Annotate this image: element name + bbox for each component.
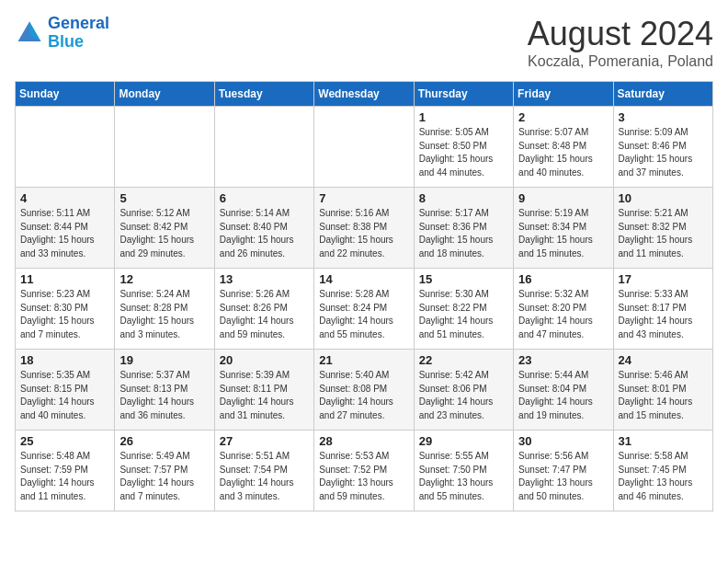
weekday-header-saturday: Saturday: [613, 82, 712, 107]
calendar-cell: 27Sunrise: 5:51 AM Sunset: 7:54 PM Dayli…: [214, 431, 313, 511]
day-number: 7: [319, 191, 408, 205]
day-info: Sunrise: 5:42 AM Sunset: 8:06 PM Dayligh…: [419, 369, 508, 422]
calendar-cell: 16Sunrise: 5:32 AM Sunset: 8:20 PM Dayli…: [514, 269, 613, 350]
calendar-cell: 14Sunrise: 5:28 AM Sunset: 8:24 PM Dayli…: [314, 269, 414, 350]
calendar-cell: 7Sunrise: 5:16 AM Sunset: 8:38 PM Daylig…: [314, 188, 414, 269]
day-number: 12: [119, 272, 209, 286]
calendar-cell: 10Sunrise: 5:21 AM Sunset: 8:32 PM Dayli…: [613, 188, 712, 269]
week-row-1: 1Sunrise: 5:05 AM Sunset: 8:50 PM Daylig…: [16, 107, 713, 188]
day-info: Sunrise: 5:35 AM Sunset: 8:15 PM Dayligh…: [20, 369, 109, 422]
calendar-cell: 8Sunrise: 5:17 AM Sunset: 8:36 PM Daylig…: [414, 188, 513, 269]
day-number: 9: [518, 191, 608, 205]
day-info: Sunrise: 5:19 AM Sunset: 8:34 PM Dayligh…: [518, 207, 608, 260]
day-number: 29: [419, 434, 508, 448]
day-number: 19: [119, 353, 209, 367]
day-number: 26: [119, 434, 209, 448]
calendar-cell: 13Sunrise: 5:26 AM Sunset: 8:26 PM Dayli…: [214, 269, 313, 350]
calendar-cell: 30Sunrise: 5:56 AM Sunset: 7:47 PM Dayli…: [514, 431, 613, 511]
calendar-cell: 29Sunrise: 5:55 AM Sunset: 7:50 PM Dayli…: [414, 431, 513, 511]
day-info: Sunrise: 5:24 AM Sunset: 8:28 PM Dayligh…: [119, 288, 209, 341]
day-info: Sunrise: 5:37 AM Sunset: 8:13 PM Dayligh…: [119, 369, 209, 422]
day-number: 17: [619, 272, 708, 286]
day-info: Sunrise: 5:09 AM Sunset: 8:46 PM Dayligh…: [619, 126, 708, 179]
calendar-cell: 2Sunrise: 5:07 AM Sunset: 8:48 PM Daylig…: [514, 107, 613, 188]
calendar-cell: 26Sunrise: 5:49 AM Sunset: 7:57 PM Dayli…: [115, 431, 214, 511]
day-info: Sunrise: 5:28 AM Sunset: 8:24 PM Dayligh…: [319, 288, 408, 341]
month-title: August 2024: [528, 15, 713, 53]
day-info: Sunrise: 5:55 AM Sunset: 7:50 PM Dayligh…: [419, 450, 508, 503]
day-info: Sunrise: 5:26 AM Sunset: 8:26 PM Dayligh…: [220, 288, 309, 341]
day-info: Sunrise: 5:17 AM Sunset: 8:36 PM Dayligh…: [419, 207, 508, 260]
day-info: Sunrise: 5:23 AM Sunset: 8:30 PM Dayligh…: [20, 288, 109, 341]
day-info: Sunrise: 5:14 AM Sunset: 8:40 PM Dayligh…: [220, 207, 309, 260]
week-row-5: 25Sunrise: 5:48 AM Sunset: 7:59 PM Dayli…: [16, 431, 713, 511]
calendar-cell: 5Sunrise: 5:12 AM Sunset: 8:42 PM Daylig…: [115, 188, 214, 269]
day-number: 4: [20, 191, 109, 205]
day-number: 27: [220, 434, 309, 448]
day-info: Sunrise: 5:56 AM Sunset: 7:47 PM Dayligh…: [518, 450, 608, 503]
weekday-header-wednesday: Wednesday: [314, 82, 414, 107]
day-number: 21: [319, 353, 408, 367]
weekday-header-sunday: Sunday: [16, 82, 115, 107]
weekday-header-friday: Friday: [514, 82, 613, 107]
calendar-cell: 20Sunrise: 5:39 AM Sunset: 8:11 PM Dayli…: [214, 350, 313, 431]
day-number: 22: [419, 353, 508, 367]
day-info: Sunrise: 5:07 AM Sunset: 8:48 PM Dayligh…: [518, 126, 608, 179]
title-block: August 2024 Koczala, Pomerania, Poland: [528, 15, 713, 70]
day-number: 28: [319, 434, 408, 448]
day-number: 1: [419, 110, 508, 124]
calendar-cell: 19Sunrise: 5:37 AM Sunset: 8:13 PM Dayli…: [115, 350, 214, 431]
calendar-cell: 3Sunrise: 5:09 AM Sunset: 8:46 PM Daylig…: [613, 107, 712, 188]
day-info: Sunrise: 5:11 AM Sunset: 8:44 PM Dayligh…: [20, 207, 109, 260]
weekday-header-tuesday: Tuesday: [214, 82, 313, 107]
week-row-4: 18Sunrise: 5:35 AM Sunset: 8:15 PM Dayli…: [16, 350, 713, 431]
calendar-cell: [314, 107, 414, 188]
calendar-cell: 6Sunrise: 5:14 AM Sunset: 8:40 PM Daylig…: [214, 188, 313, 269]
day-info: Sunrise: 5:51 AM Sunset: 7:54 PM Dayligh…: [220, 450, 309, 503]
weekday-header-thursday: Thursday: [414, 82, 513, 107]
logo: General Blue: [15, 15, 109, 52]
location: Koczala, Pomerania, Poland: [528, 53, 713, 70]
day-info: Sunrise: 5:44 AM Sunset: 8:04 PM Dayligh…: [518, 369, 608, 422]
day-number: 2: [518, 110, 608, 124]
calendar-cell: 22Sunrise: 5:42 AM Sunset: 8:06 PM Dayli…: [414, 350, 513, 431]
calendar-cell: 17Sunrise: 5:33 AM Sunset: 8:17 PM Dayli…: [613, 269, 712, 350]
calendar-cell: 24Sunrise: 5:46 AM Sunset: 8:01 PM Dayli…: [613, 350, 712, 431]
calendar-cell: 9Sunrise: 5:19 AM Sunset: 8:34 PM Daylig…: [514, 188, 613, 269]
day-info: Sunrise: 5:16 AM Sunset: 8:38 PM Dayligh…: [319, 207, 408, 260]
day-number: 10: [619, 191, 708, 205]
calendar-cell: [16, 107, 115, 188]
day-number: 11: [20, 272, 109, 286]
day-info: Sunrise: 5:05 AM Sunset: 8:50 PM Dayligh…: [419, 126, 508, 179]
day-number: 25: [20, 434, 109, 448]
day-info: Sunrise: 5:39 AM Sunset: 8:11 PM Dayligh…: [220, 369, 309, 422]
day-number: 16: [518, 272, 608, 286]
day-info: Sunrise: 5:46 AM Sunset: 8:01 PM Dayligh…: [619, 369, 708, 422]
calendar-cell: [214, 107, 313, 188]
day-number: 14: [319, 272, 408, 286]
page-header: General Blue August 2024 Koczala, Pomera…: [15, 15, 713, 70]
calendar-table: SundayMondayTuesdayWednesdayThursdayFrid…: [15, 81, 713, 511]
calendar-cell: 15Sunrise: 5:30 AM Sunset: 8:22 PM Dayli…: [414, 269, 513, 350]
logo-icon: [15, 18, 44, 48]
calendar-cell: 11Sunrise: 5:23 AM Sunset: 8:30 PM Dayli…: [16, 269, 115, 350]
day-number: 6: [220, 191, 309, 205]
calendar-cell: 28Sunrise: 5:53 AM Sunset: 7:52 PM Dayli…: [314, 431, 414, 511]
day-info: Sunrise: 5:49 AM Sunset: 7:57 PM Dayligh…: [119, 450, 209, 503]
day-number: 30: [518, 434, 608, 448]
day-number: 15: [419, 272, 508, 286]
weekday-header-monday: Monday: [115, 82, 214, 107]
day-number: 18: [20, 353, 109, 367]
day-info: Sunrise: 5:12 AM Sunset: 8:42 PM Dayligh…: [119, 207, 209, 260]
calendar-cell: 12Sunrise: 5:24 AM Sunset: 8:28 PM Dayli…: [115, 269, 214, 350]
day-number: 13: [220, 272, 309, 286]
logo-text: General Blue: [48, 15, 109, 52]
day-info: Sunrise: 5:53 AM Sunset: 7:52 PM Dayligh…: [319, 450, 408, 503]
calendar-cell: [115, 107, 214, 188]
calendar-cell: 1Sunrise: 5:05 AM Sunset: 8:50 PM Daylig…: [414, 107, 513, 188]
calendar-cell: 25Sunrise: 5:48 AM Sunset: 7:59 PM Dayli…: [16, 431, 115, 511]
day-info: Sunrise: 5:21 AM Sunset: 8:32 PM Dayligh…: [619, 207, 708, 260]
day-number: 3: [619, 110, 708, 124]
calendar-cell: 23Sunrise: 5:44 AM Sunset: 8:04 PM Dayli…: [514, 350, 613, 431]
calendar-cell: 4Sunrise: 5:11 AM Sunset: 8:44 PM Daylig…: [16, 188, 115, 269]
